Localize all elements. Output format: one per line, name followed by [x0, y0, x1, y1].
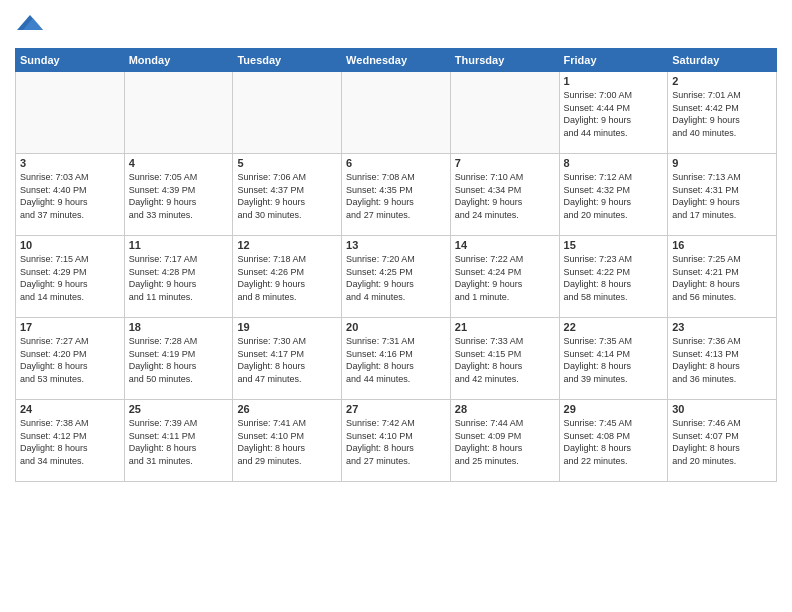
calendar-day: 30Sunrise: 7:46 AM Sunset: 4:07 PM Dayli… [668, 400, 777, 482]
day-info: Sunrise: 7:13 AM Sunset: 4:31 PM Dayligh… [672, 171, 772, 221]
day-number: 22 [564, 321, 664, 333]
day-info: Sunrise: 7:30 AM Sunset: 4:17 PM Dayligh… [237, 335, 337, 385]
calendar-day: 8Sunrise: 7:12 AM Sunset: 4:32 PM Daylig… [559, 154, 668, 236]
calendar-week-row: 10Sunrise: 7:15 AM Sunset: 4:29 PM Dayli… [16, 236, 777, 318]
day-number: 24 [20, 403, 120, 415]
calendar-day: 15Sunrise: 7:23 AM Sunset: 4:22 PM Dayli… [559, 236, 668, 318]
day-info: Sunrise: 7:46 AM Sunset: 4:07 PM Dayligh… [672, 417, 772, 467]
calendar-day: 5Sunrise: 7:06 AM Sunset: 4:37 PM Daylig… [233, 154, 342, 236]
header [15, 10, 777, 40]
day-number: 26 [237, 403, 337, 415]
day-info: Sunrise: 7:00 AM Sunset: 4:44 PM Dayligh… [564, 89, 664, 139]
day-info: Sunrise: 7:42 AM Sunset: 4:10 PM Dayligh… [346, 417, 446, 467]
day-info: Sunrise: 7:28 AM Sunset: 4:19 PM Dayligh… [129, 335, 229, 385]
day-number: 23 [672, 321, 772, 333]
day-info: Sunrise: 7:44 AM Sunset: 4:09 PM Dayligh… [455, 417, 555, 467]
day-info: Sunrise: 7:12 AM Sunset: 4:32 PM Dayligh… [564, 171, 664, 221]
calendar-day: 12Sunrise: 7:18 AM Sunset: 4:26 PM Dayli… [233, 236, 342, 318]
day-number: 3 [20, 157, 120, 169]
calendar-day: 1Sunrise: 7:00 AM Sunset: 4:44 PM Daylig… [559, 72, 668, 154]
day-number: 18 [129, 321, 229, 333]
day-info: Sunrise: 7:39 AM Sunset: 4:11 PM Dayligh… [129, 417, 229, 467]
day-number: 9 [672, 157, 772, 169]
day-number: 6 [346, 157, 446, 169]
day-number: 8 [564, 157, 664, 169]
day-info: Sunrise: 7:25 AM Sunset: 4:21 PM Dayligh… [672, 253, 772, 303]
day-number: 10 [20, 239, 120, 251]
day-number: 15 [564, 239, 664, 251]
calendar-day: 7Sunrise: 7:10 AM Sunset: 4:34 PM Daylig… [450, 154, 559, 236]
column-header-saturday: Saturday [668, 49, 777, 72]
day-number: 25 [129, 403, 229, 415]
calendar-day: 11Sunrise: 7:17 AM Sunset: 4:28 PM Dayli… [124, 236, 233, 318]
day-number: 5 [237, 157, 337, 169]
calendar-day: 17Sunrise: 7:27 AM Sunset: 4:20 PM Dayli… [16, 318, 125, 400]
day-number: 19 [237, 321, 337, 333]
day-info: Sunrise: 7:33 AM Sunset: 4:15 PM Dayligh… [455, 335, 555, 385]
day-info: Sunrise: 7:23 AM Sunset: 4:22 PM Dayligh… [564, 253, 664, 303]
calendar-day: 23Sunrise: 7:36 AM Sunset: 4:13 PM Dayli… [668, 318, 777, 400]
column-header-monday: Monday [124, 49, 233, 72]
day-info: Sunrise: 7:08 AM Sunset: 4:35 PM Dayligh… [346, 171, 446, 221]
day-number: 21 [455, 321, 555, 333]
calendar-day: 3Sunrise: 7:03 AM Sunset: 4:40 PM Daylig… [16, 154, 125, 236]
calendar-day [450, 72, 559, 154]
calendar-day: 18Sunrise: 7:28 AM Sunset: 4:19 PM Dayli… [124, 318, 233, 400]
column-header-friday: Friday [559, 49, 668, 72]
calendar-day: 20Sunrise: 7:31 AM Sunset: 4:16 PM Dayli… [342, 318, 451, 400]
calendar: SundayMondayTuesdayWednesdayThursdayFrid… [15, 48, 777, 482]
day-info: Sunrise: 7:22 AM Sunset: 4:24 PM Dayligh… [455, 253, 555, 303]
day-info: Sunrise: 7:18 AM Sunset: 4:26 PM Dayligh… [237, 253, 337, 303]
day-number: 27 [346, 403, 446, 415]
day-number: 11 [129, 239, 229, 251]
calendar-day: 14Sunrise: 7:22 AM Sunset: 4:24 PM Dayli… [450, 236, 559, 318]
day-info: Sunrise: 7:38 AM Sunset: 4:12 PM Dayligh… [20, 417, 120, 467]
day-info: Sunrise: 7:27 AM Sunset: 4:20 PM Dayligh… [20, 335, 120, 385]
day-number: 29 [564, 403, 664, 415]
day-number: 28 [455, 403, 555, 415]
day-info: Sunrise: 7:35 AM Sunset: 4:14 PM Dayligh… [564, 335, 664, 385]
day-number: 12 [237, 239, 337, 251]
column-header-tuesday: Tuesday [233, 49, 342, 72]
day-number: 14 [455, 239, 555, 251]
calendar-day: 4Sunrise: 7:05 AM Sunset: 4:39 PM Daylig… [124, 154, 233, 236]
day-info: Sunrise: 7:05 AM Sunset: 4:39 PM Dayligh… [129, 171, 229, 221]
calendar-day: 28Sunrise: 7:44 AM Sunset: 4:09 PM Dayli… [450, 400, 559, 482]
day-number: 16 [672, 239, 772, 251]
calendar-header-row: SundayMondayTuesdayWednesdayThursdayFrid… [16, 49, 777, 72]
day-info: Sunrise: 7:31 AM Sunset: 4:16 PM Dayligh… [346, 335, 446, 385]
day-number: 30 [672, 403, 772, 415]
day-info: Sunrise: 7:03 AM Sunset: 4:40 PM Dayligh… [20, 171, 120, 221]
day-number: 20 [346, 321, 446, 333]
calendar-day [16, 72, 125, 154]
calendar-week-row: 3Sunrise: 7:03 AM Sunset: 4:40 PM Daylig… [16, 154, 777, 236]
calendar-day: 22Sunrise: 7:35 AM Sunset: 4:14 PM Dayli… [559, 318, 668, 400]
day-info: Sunrise: 7:17 AM Sunset: 4:28 PM Dayligh… [129, 253, 229, 303]
calendar-day: 29Sunrise: 7:45 AM Sunset: 4:08 PM Dayli… [559, 400, 668, 482]
day-number: 7 [455, 157, 555, 169]
calendar-day: 27Sunrise: 7:42 AM Sunset: 4:10 PM Dayli… [342, 400, 451, 482]
calendar-day: 19Sunrise: 7:30 AM Sunset: 4:17 PM Dayli… [233, 318, 342, 400]
calendar-day: 26Sunrise: 7:41 AM Sunset: 4:10 PM Dayli… [233, 400, 342, 482]
logo [15, 10, 47, 40]
column-header-thursday: Thursday [450, 49, 559, 72]
logo-icon [15, 10, 45, 40]
day-info: Sunrise: 7:15 AM Sunset: 4:29 PM Dayligh… [20, 253, 120, 303]
calendar-day: 13Sunrise: 7:20 AM Sunset: 4:25 PM Dayli… [342, 236, 451, 318]
calendar-day: 2Sunrise: 7:01 AM Sunset: 4:42 PM Daylig… [668, 72, 777, 154]
day-number: 1 [564, 75, 664, 87]
calendar-week-row: 17Sunrise: 7:27 AM Sunset: 4:20 PM Dayli… [16, 318, 777, 400]
day-number: 13 [346, 239, 446, 251]
calendar-day [233, 72, 342, 154]
day-info: Sunrise: 7:20 AM Sunset: 4:25 PM Dayligh… [346, 253, 446, 303]
day-number: 2 [672, 75, 772, 87]
calendar-day: 25Sunrise: 7:39 AM Sunset: 4:11 PM Dayli… [124, 400, 233, 482]
calendar-week-row: 24Sunrise: 7:38 AM Sunset: 4:12 PM Dayli… [16, 400, 777, 482]
calendar-day: 9Sunrise: 7:13 AM Sunset: 4:31 PM Daylig… [668, 154, 777, 236]
day-number: 4 [129, 157, 229, 169]
day-number: 17 [20, 321, 120, 333]
day-info: Sunrise: 7:45 AM Sunset: 4:08 PM Dayligh… [564, 417, 664, 467]
column-header-wednesday: Wednesday [342, 49, 451, 72]
day-info: Sunrise: 7:01 AM Sunset: 4:42 PM Dayligh… [672, 89, 772, 139]
day-info: Sunrise: 7:10 AM Sunset: 4:34 PM Dayligh… [455, 171, 555, 221]
